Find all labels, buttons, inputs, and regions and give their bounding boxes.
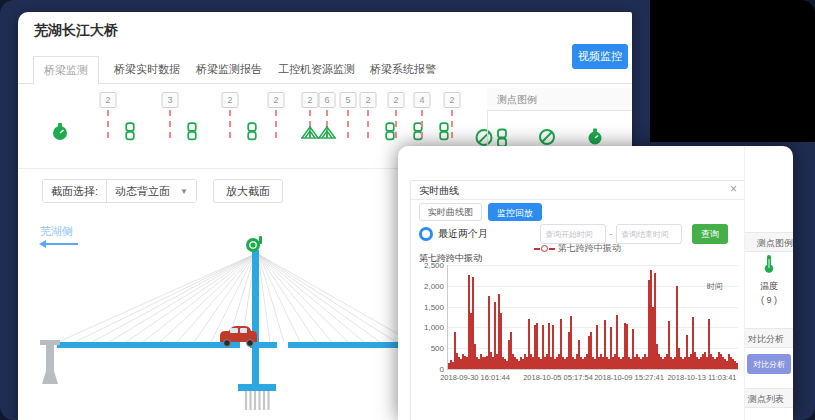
sensor-count-badge: 4 (414, 92, 431, 108)
legend-line-icon (549, 248, 555, 250)
dialog-titlebar: 实时曲线 × (411, 181, 744, 200)
page-title: 芜湖长江大桥 (34, 22, 118, 40)
recent-two-months-radio[interactable] (419, 227, 433, 241)
sensor-count-badge: 2 (268, 92, 285, 108)
legend-ring-icon (541, 245, 548, 252)
point-list-header: 测点列表 (745, 388, 793, 408)
sensor-dashed-line (169, 110, 171, 138)
realtime-curve-dialog: 实时曲线 × 实时曲线图 监控回放 最近两个月 - 查询 第七跨跨中振动 第七跨… (410, 180, 745, 420)
bridge-illustration (18, 232, 418, 417)
sensor-count-badge: 2 (444, 92, 461, 108)
tab-realtime-data[interactable]: 桥梁实时数据 (114, 57, 180, 82)
modal-right-sidebar: 测点图例 温度 ( 9 ) 对比分析 对比分析 测点列表 (744, 146, 793, 420)
x-tick-label: 2018-09-30 16:01:44 (440, 373, 510, 382)
gauge-sensor-icon[interactable] (51, 122, 69, 146)
range-separator: - (606, 229, 616, 239)
dialog-title: 实时曲线 (419, 184, 459, 198)
compare-analysis-button[interactable]: 对比分析 (747, 354, 791, 374)
sensor-count-badge: 6 (319, 92, 336, 108)
sensor-count-badge: 2 (100, 92, 117, 108)
thermometer-icon (763, 254, 775, 274)
temperature-count: ( 9 ) (745, 295, 793, 305)
query-start-time-input[interactable] (540, 224, 606, 244)
bridge-tower (252, 250, 259, 384)
y-tick-label: 1,500 (412, 302, 444, 311)
chain-sensor-icon[interactable] (125, 122, 136, 145)
tab-monitor-report[interactable]: 桥梁监测报告 (196, 57, 262, 82)
gridline (448, 348, 738, 349)
tab-monitor-playback[interactable]: 监控回放 (488, 203, 542, 221)
sensor-dashed-line (367, 110, 369, 138)
compare-analysis-header: 对比分析 (745, 328, 793, 348)
tower-piles (246, 391, 269, 410)
tab-realtime-curve[interactable]: 实时曲线图 (419, 203, 482, 221)
sensor-dashed-line (347, 110, 349, 138)
sensor-dashed-line (107, 110, 109, 138)
sensor-dashed-line (229, 110, 231, 138)
main-tabbar: 桥梁监测 桥梁实时数据 桥梁监测报告 工控机资源监测 桥梁系统报警 视频监控 (18, 52, 632, 84)
tower-sensor-icon[interactable] (246, 236, 262, 252)
gridline (448, 286, 738, 287)
sensor-dashed-line (451, 110, 453, 138)
tower-sensor-icon[interactable] (317, 124, 337, 144)
gridline (448, 327, 738, 328)
chain-sensor-icon[interactable] (385, 122, 396, 145)
screen: 芜湖长江大桥 桥梁监测 桥梁实时数据 桥梁监测报告 工控机资源监测 桥梁系统报警… (0, 0, 815, 420)
section-select-label: 截面选择: (43, 180, 107, 202)
sensor-dashed-line (421, 110, 423, 138)
query-button[interactable]: 查询 (692, 224, 728, 244)
y-tick-label: 2,000 (412, 281, 444, 290)
chart-plot-area: 05001,0001,5002,0002,5002018-09-30 16:01… (447, 265, 738, 370)
tab-bridge-monitoring[interactable]: 桥梁监测 (33, 56, 99, 85)
chain-sensor-icon[interactable] (439, 122, 450, 145)
legend-panel-title: 测点图例 (487, 88, 632, 111)
y-tick-label: 500 (412, 344, 444, 353)
gridline (448, 307, 738, 308)
video-monitor-button[interactable]: 视频监控 (572, 44, 628, 69)
enlarge-section-button[interactable]: 放大截面 (213, 179, 283, 203)
x-tick-label: 2018-10-05 05:17:54 (523, 373, 593, 382)
recent-two-months-label: 最近两个月 (438, 227, 488, 241)
modal-window: 实时曲线 × 实时曲线图 监控回放 最近两个月 - 查询 第七跨跨中振动 第七跨… (398, 146, 793, 420)
y-tick-label: 2,500 (412, 261, 444, 270)
y-tick-label: 1,000 (412, 323, 444, 332)
sensor-count-badge: 3 (162, 92, 179, 108)
section-controls: 截面选择: 动态背立面 ▼ 放大截面 (42, 180, 283, 202)
temperature-block[interactable]: 温度 ( 9 ) (745, 254, 793, 305)
tab-ipc-resource[interactable]: 工控机资源监测 (278, 57, 355, 82)
legend-line-icon (534, 248, 540, 250)
section-select[interactable]: 动态背立面 ▼ (107, 180, 196, 202)
section-select-value: 动态背立面 (115, 184, 170, 199)
sidebar-legend-header: 测点图例 (745, 232, 793, 252)
sensor-count-badge: 2 (302, 92, 319, 108)
close-icon[interactable]: × (730, 182, 737, 196)
sensor-dashed-line (395, 110, 397, 138)
chart-bar (736, 363, 738, 369)
x-tick-label: 2018-10-09 15:27:41 (594, 373, 664, 382)
chevron-down-icon: ▼ (180, 187, 188, 196)
dialog-tabs: 实时曲线图 监控回放 (419, 203, 542, 221)
x-axis-name: 时间 (707, 281, 723, 292)
temperature-label: 温度 (745, 280, 793, 293)
sensor-dashed-line (275, 110, 277, 138)
chain-sensor-icon[interactable] (187, 122, 198, 145)
chain-sensor-icon[interactable] (247, 122, 258, 145)
section-select-group: 截面选择: 动态背立面 ▼ (42, 179, 197, 203)
query-end-time-input[interactable] (616, 224, 682, 244)
sensor-count-badge: 5 (340, 92, 357, 108)
legend-label: 第七跨跨中振动 (558, 243, 621, 253)
black-panel (650, 0, 815, 142)
tab-system-alarm[interactable]: 桥梁系统报警 (370, 57, 436, 82)
sensor-count-badge: 2 (360, 92, 377, 108)
x-tick-label: 2018-10-13 11:03:41 (667, 373, 736, 382)
sensor-count-badge: 2 (222, 92, 239, 108)
bridge-deck (57, 342, 240, 348)
sensor-count-badge: 2 (388, 92, 405, 108)
gridline (448, 265, 738, 266)
